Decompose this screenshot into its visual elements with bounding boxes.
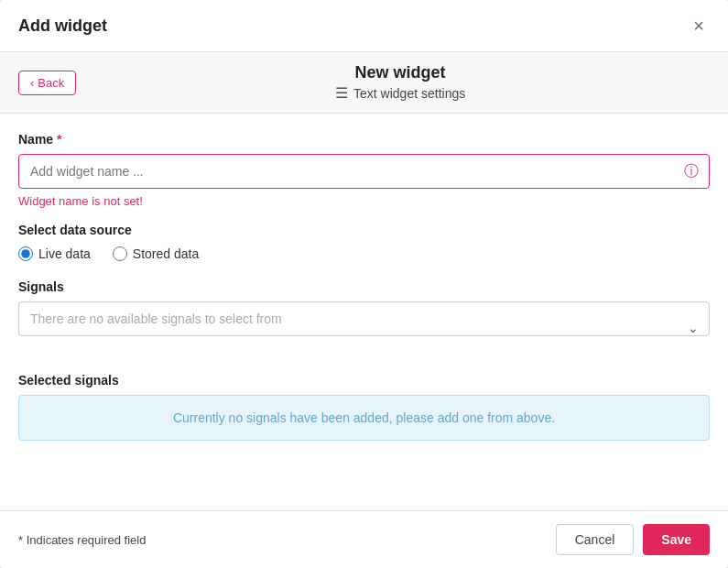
- name-input-wrapper: ⓘ: [18, 154, 710, 189]
- name-input[interactable]: [18, 154, 710, 189]
- footer-buttons: Cancel Save: [556, 524, 710, 555]
- warn-icon: ⓘ: [684, 162, 699, 181]
- modal-title-bar: Add widget ×: [0, 0, 728, 52]
- settings-label: Text widget settings: [353, 86, 465, 101]
- live-data-radio[interactable]: [18, 246, 33, 261]
- stored-data-label: Stored data: [133, 246, 199, 261]
- cancel-button[interactable]: Cancel: [556, 524, 635, 555]
- text-widget-settings-row: ☰ Text widget settings: [91, 84, 710, 102]
- stored-data-option[interactable]: Stored data: [113, 246, 199, 261]
- sub-header-center: New widget ☰ Text widget settings: [91, 63, 710, 102]
- required-note: * Indicates required field: [18, 533, 146, 547]
- selected-signals-label: Selected signals: [18, 373, 710, 388]
- live-data-label: Live data: [38, 246, 91, 261]
- back-button[interactable]: ‹ Back: [18, 71, 76, 95]
- sub-header: ‹ Back New widget ☰ Text widget settings: [0, 52, 728, 114]
- signals-select-wrapper: There are no available signals to select…: [18, 301, 710, 355]
- back-label: Back: [38, 76, 64, 90]
- modal-body: Name * ⓘ Widget name is not set! Select …: [0, 114, 728, 510]
- settings-list-icon: ☰: [335, 84, 348, 102]
- new-widget-title: New widget: [91, 63, 710, 82]
- empty-signals-box: Currently no signals have been added, pl…: [18, 395, 710, 441]
- required-star: *: [53, 132, 61, 147]
- name-error: Widget name is not set!: [18, 194, 710, 208]
- modal-title: Add widget: [18, 16, 107, 36]
- back-arrow-icon: ‹: [30, 76, 34, 90]
- data-source-label: Select data source: [18, 223, 710, 237]
- data-source-radio-group: Live data Stored data: [18, 246, 710, 261]
- signals-dropdown[interactable]: There are no available signals to select…: [18, 301, 710, 336]
- add-widget-modal: Add widget × ‹ Back New widget ☰ Text wi…: [0, 0, 728, 568]
- name-label: Name *: [18, 132, 710, 147]
- signals-label: Signals: [18, 279, 710, 294]
- live-data-option[interactable]: Live data: [18, 246, 91, 261]
- modal-footer: * Indicates required field Cancel Save: [0, 510, 728, 568]
- empty-signals-message: Currently no signals have been added, pl…: [173, 410, 555, 425]
- save-button[interactable]: Save: [643, 524, 710, 555]
- close-button[interactable]: ×: [688, 15, 710, 37]
- stored-data-radio[interactable]: [113, 246, 127, 261]
